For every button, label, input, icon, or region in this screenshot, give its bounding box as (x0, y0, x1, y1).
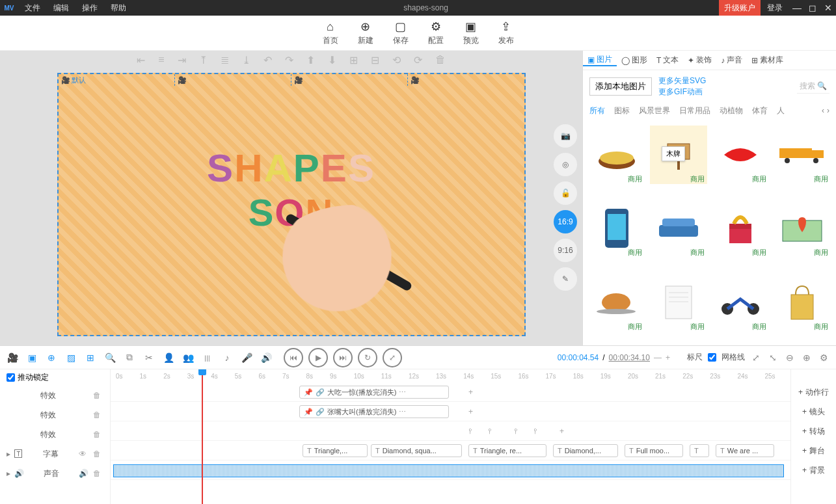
subtitle-clip[interactable]: TTriangle, re... (468, 444, 546, 457)
marker-icon[interactable]: ⫯ (488, 427, 492, 436)
aspect-16-9[interactable]: 16:9 (554, 210, 577, 233)
audio-icon[interactable]: ♪ (221, 352, 233, 363)
camera-tool-icon[interactable]: 🎥 (7, 352, 18, 363)
tab-image[interactable]: ▣图片 (583, 54, 617, 66)
asset-phone[interactable]: 商用 (588, 199, 645, 258)
layer-up-icon[interactable]: ⬆ (306, 54, 315, 66)
trash-icon[interactable]: 🗑 (93, 430, 103, 439)
tb-publish[interactable]: ⇪发布 (498, 20, 514, 46)
edit-btn[interactable]: ✎ (554, 267, 577, 291)
timeline-ruler[interactable]: 0s1s2s3s4s5s6s7s8s9s10s11s12s13s14s15s16… (111, 369, 790, 382)
zoom-out-icon[interactable]: ⊖ (784, 352, 796, 363)
align-center-icon[interactable]: ≡ (158, 54, 164, 66)
frame-tool-icon[interactable]: ▣ (26, 352, 38, 363)
tb-save[interactable]: ▢保存 (393, 20, 409, 46)
redo-icon[interactable]: ↷ (285, 54, 293, 66)
eye-icon[interactable]: 👁 (79, 449, 89, 458)
search-tool-icon[interactable]: 🔍 (104, 352, 116, 363)
dur-minus[interactable]: — (654, 353, 662, 362)
tab-text[interactable]: T文本 (652, 55, 683, 66)
menu-edit[interactable]: 编辑 (47, 3, 75, 14)
maximize-button[interactable]: ◻ (805, 3, 820, 13)
asset-lips[interactable]: 商用 (712, 126, 769, 184)
subtitle-clip[interactable]: TWe are ... (716, 444, 774, 457)
tab-sound[interactable]: ♪声音 (716, 55, 747, 66)
add-stage-row[interactable]: +舞台 (791, 441, 836, 460)
chevron-down-icon[interactable]: ▸ (7, 469, 10, 478)
asset-turkey[interactable]: 商用 (588, 273, 645, 332)
align-top-icon[interactable]: ⤒ (199, 54, 208, 66)
cat-all[interactable]: 所有 (589, 105, 605, 116)
tb-new[interactable]: ⊕新建 (358, 20, 373, 46)
more-icon[interactable]: ⋯ (399, 388, 406, 397)
add-tool-icon[interactable]: ⊕ (46, 352, 57, 363)
cut-tool-icon[interactable]: ✂ (143, 352, 155, 363)
cat-prev-icon[interactable]: ‹ (822, 106, 824, 115)
more-icon[interactable]: ⋯ (399, 408, 406, 416)
align-bottom-icon[interactable]: ⤓ (242, 54, 250, 66)
tab-library[interactable]: ⊞素材库 (747, 55, 788, 66)
asset-noodles[interactable]: 商用 (588, 126, 645, 184)
add-clip-icon[interactable]: + (468, 407, 473, 416)
subtitle-clip[interactable]: TFull moo... (625, 444, 683, 457)
camera-btn[interactable]: 📷 (554, 124, 577, 148)
person-icon[interactable]: 👤 (163, 352, 174, 363)
cat-animal[interactable]: 动植物 (720, 105, 743, 116)
layer-down-icon[interactable]: ⬇ (328, 54, 336, 66)
volume-icon[interactable]: 🔊 (260, 352, 272, 363)
asset-bag[interactable]: 商用 (774, 273, 831, 332)
add-action-row[interactable]: +动作行 (791, 382, 836, 402)
ungroup-icon[interactable]: ⊟ (371, 54, 379, 66)
trash-icon[interactable]: 🗑 (93, 469, 103, 478)
align-left-icon[interactable]: ⇤ (137, 54, 145, 66)
volume-icon[interactable]: 🔊 (79, 469, 89, 478)
cat-icon[interactable]: 图标 (614, 105, 630, 116)
subtitle-clip[interactable]: T (690, 444, 709, 457)
add-transition-row[interactable]: +转场 (791, 421, 836, 441)
play-button[interactable]: ▶ (308, 348, 328, 367)
scene-cell[interactable]: 🎥默认 (59, 74, 175, 86)
prev-button[interactable]: ⏮ (284, 348, 303, 367)
scene-cell[interactable]: 🎥 (408, 74, 524, 86)
trash-icon[interactable]: 🗑 (93, 449, 103, 458)
tb-config[interactable]: ⚙配置 (428, 20, 444, 46)
cat-next-icon[interactable]: › (827, 106, 829, 115)
asset-truck[interactable]: 商用 (774, 126, 831, 184)
fx-clip[interactable]: 📌🔗张嘴大叫(播放完消失)⋯ (299, 405, 449, 418)
push-lock-checkbox[interactable] (7, 373, 15, 382)
target-btn[interactable]: ◎ (554, 153, 577, 176)
menu-help[interactable]: 帮助 (104, 3, 133, 14)
add-clip-icon[interactable]: + (468, 388, 473, 397)
zoom-in-icon[interactable]: ⊕ (801, 352, 813, 363)
add-bg-row[interactable]: +背景 (791, 460, 836, 480)
timeline-body[interactable]: 0s1s2s3s4s5s6s7s8s9s10s11s12s13s14s15s16… (111, 369, 790, 504)
canvas[interactable]: 🎥默认 🎥 🎥 🎥 SHAPES SON (57, 73, 526, 336)
cat-sport[interactable]: 体育 (752, 105, 768, 116)
group-icon[interactable]: ⊞ (349, 54, 358, 66)
subtitle-clip[interactable]: TDiamond, squa... (371, 444, 462, 457)
scene-cell[interactable]: 🎥 (175, 74, 291, 86)
asset-motorcycle[interactable]: 商用 (712, 273, 769, 332)
menu-file[interactable]: 文件 (18, 3, 47, 14)
asset-sofa[interactable]: 商用 (650, 199, 707, 258)
link-svg[interactable]: 更多矢量SVG (658, 75, 706, 86)
mic-icon[interactable]: 🎤 (241, 352, 252, 363)
subtitle-clip[interactable]: TTriangle,... (303, 444, 368, 457)
settings-icon[interactable]: ⚙ (818, 352, 829, 363)
scene-cell[interactable]: 🎥 (291, 74, 408, 86)
asset-sign[interactable]: 木牌商用 (650, 126, 707, 184)
fill-tool-icon[interactable]: ▨ (65, 352, 77, 363)
audio-clip[interactable] (113, 464, 784, 477)
align-right-icon[interactable]: ⇥ (178, 54, 186, 66)
fx-clip[interactable]: 📌🔗大吃一惊(播放完消失)⋯ (299, 386, 449, 399)
tab-decor[interactable]: ✦装饰 (683, 55, 716, 66)
link-gif[interactable]: 更多GIF动画 (658, 86, 706, 98)
expand-icon[interactable]: ⤢ (750, 352, 762, 363)
cat-people[interactable]: 人 (777, 105, 785, 116)
tb-home[interactable]: ⌂首页 (323, 20, 338, 46)
dur-plus[interactable]: + (666, 353, 670, 362)
marker-icon[interactable]: ⫯ (468, 427, 472, 436)
tab-shape[interactable]: ◯图形 (617, 55, 652, 66)
asset-paper[interactable]: 商用 (650, 273, 707, 332)
add-local-image[interactable]: 添加本地图片 (589, 77, 652, 96)
